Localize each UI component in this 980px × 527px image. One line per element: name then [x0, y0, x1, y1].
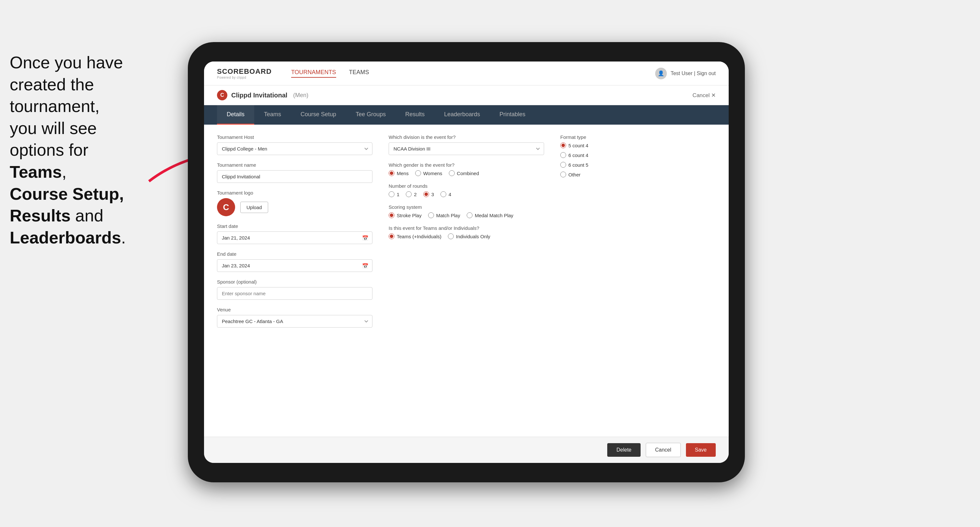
scoring-match-radio[interactable] — [428, 212, 434, 218]
end-date-group: End date 📅 — [217, 251, 372, 272]
logo-subtitle: Powered by clippd — [217, 76, 272, 79]
scoring-medal-option[interactable]: Medal Match Play — [467, 212, 513, 218]
rounds-3-option[interactable]: 3 — [423, 191, 434, 197]
breadcrumb-icon: C — [217, 90, 228, 100]
format-6count5-option[interactable]: 6 count 5 — [560, 162, 716, 168]
scoring-medal-radio[interactable] — [467, 212, 473, 218]
calendar-icon-start: 📅 — [362, 235, 369, 241]
tablet-frame: SCOREBOARD Powered by clippd TOURNAMENTS… — [188, 42, 745, 483]
tab-leaderboards[interactable]: Leaderboards — [434, 105, 490, 125]
nav-teams[interactable]: TEAMS — [349, 69, 369, 78]
tournament-host-select[interactable]: Clippd College - Men — [217, 143, 372, 155]
save-button[interactable]: Save — [686, 443, 716, 457]
rounds-2-radio[interactable] — [406, 191, 412, 197]
gender-womens-option[interactable]: Womens — [415, 170, 442, 176]
scoring-stroke-label: Stroke Play — [397, 213, 422, 218]
nav-tournaments[interactable]: TOURNAMENTS — [291, 69, 336, 78]
venue-group: Venue Peachtree GC - Atlanta - GA — [217, 307, 372, 328]
instruction-leaderboards: Leaderboards — [10, 228, 121, 247]
format-type-group: Format type 5 count 4 6 count 4 — [560, 134, 716, 178]
division-select[interactable]: NCAA Division III — [389, 143, 544, 155]
instruction-line1: Once you have — [10, 53, 123, 72]
gender-combined-radio[interactable] — [449, 170, 455, 176]
end-date-input[interactable] — [217, 259, 372, 272]
app-footer: Delete Cancel Save — [204, 437, 729, 463]
breadcrumb-bar: C Clippd Invitational (Men) Cancel ✕ — [204, 86, 729, 105]
tab-tee-groups[interactable]: Tee Groups — [346, 105, 395, 125]
tournament-name-display: Clippd Invitational — [231, 92, 287, 99]
format-other-label: Other — [568, 172, 581, 178]
tab-details[interactable]: Details — [217, 105, 254, 125]
scoring-stroke-option[interactable]: Stroke Play — [389, 212, 422, 218]
instruction-text: Once you have created the tournament, yo… — [0, 45, 172, 255]
format-6count4-option[interactable]: 6 count 4 — [560, 152, 716, 158]
tournament-name-input[interactable] — [217, 170, 372, 183]
cancel-top-button[interactable]: Cancel ✕ — [692, 92, 716, 99]
tab-course-setup[interactable]: Course Setup — [291, 105, 346, 125]
rounds-label: Number of rounds — [389, 183, 544, 189]
scoring-group: Scoring system Stroke Play Match Play — [389, 204, 544, 218]
individuals-only-radio[interactable] — [448, 233, 454, 239]
venue-select[interactable]: Peachtree GC - Atlanta - GA — [217, 315, 372, 328]
tab-printables[interactable]: Printables — [490, 105, 535, 125]
logo-name: SCOREBOARD — [217, 67, 272, 75]
start-date-group: Start date 📅 — [217, 223, 372, 244]
cancel-button[interactable]: Cancel — [646, 443, 681, 457]
instruction-line2: created the — [10, 75, 94, 94]
gender-womens-radio[interactable] — [415, 170, 421, 176]
tab-navigation: Details Teams Course Setup Tee Groups Re… — [204, 105, 729, 125]
gender-mens-radio[interactable] — [389, 170, 395, 176]
team-individual-radio-group: Teams (+Individuals) Individuals Only — [389, 233, 544, 239]
tab-teams[interactable]: Teams — [254, 105, 291, 125]
rounds-1-option[interactable]: 1 — [389, 191, 399, 197]
sponsor-group: Sponsor (optional) — [217, 279, 372, 300]
individuals-only-label: Individuals Only — [456, 234, 490, 239]
scoring-match-option[interactable]: Match Play — [428, 212, 460, 218]
gender-mens-option[interactable]: Mens — [389, 170, 409, 176]
gender-label: Which gender is the event for? — [389, 162, 544, 168]
format-5count4-radio[interactable] — [560, 143, 566, 148]
rounds-radio-group: 1 2 3 4 — [389, 191, 544, 197]
format-5count4-option[interactable]: 5 count 4 — [560, 143, 716, 148]
division-group: Which division is the event for? NCAA Di… — [389, 134, 544, 155]
logo-upload-area: C Upload — [217, 198, 372, 216]
teams-plus-individuals-option[interactable]: Teams (+Individuals) — [389, 233, 441, 239]
nav-links: TOURNAMENTS TEAMS — [291, 69, 369, 78]
format-type-radio-col: 5 count 4 6 count 4 6 count 5 — [560, 143, 716, 178]
user-signin[interactable]: Test User | Sign out — [671, 71, 716, 76]
scoring-stroke-radio[interactable] — [389, 212, 395, 218]
start-date-input[interactable] — [217, 232, 372, 244]
format-other-option[interactable]: Other — [560, 171, 716, 178]
rounds-4-option[interactable]: 4 — [441, 191, 451, 197]
teams-plus-individuals-radio[interactable] — [389, 233, 395, 239]
start-date-label: Start date — [217, 223, 372, 229]
sponsor-input[interactable] — [217, 287, 372, 300]
gender-combined-option[interactable]: Combined — [449, 170, 479, 176]
gender-mens-label: Mens — [397, 171, 409, 176]
format-6count4-radio[interactable] — [560, 152, 566, 158]
scoring-match-label: Match Play — [436, 213, 460, 218]
division-label: Which division is the event for? — [389, 134, 544, 140]
user-avatar: 👤 — [655, 68, 667, 79]
delete-button[interactable]: Delete — [607, 443, 640, 457]
format-other-radio[interactable] — [560, 171, 566, 178]
format-6count5-radio[interactable] — [560, 162, 566, 168]
upload-button[interactable]: Upload — [240, 202, 268, 213]
rounds-2-option[interactable]: 2 — [406, 191, 417, 197]
format-6count4-label: 6 count 4 — [568, 152, 589, 158]
rounds-group: Number of rounds 1 2 — [389, 183, 544, 197]
gender-group: Which gender is the event for? Mens Wome… — [389, 162, 544, 176]
individuals-only-option[interactable]: Individuals Only — [448, 233, 490, 239]
rounds-4-label: 4 — [449, 192, 451, 197]
rounds-3-radio[interactable] — [423, 191, 429, 197]
form-column-1: Tournament Host Clippd College - Men Tou… — [217, 134, 372, 328]
tournament-logo-group: Tournament logo C Upload — [217, 190, 372, 216]
team-individual-group: Is this event for Teams and/or Individua… — [389, 225, 544, 239]
gender-radio-group: Mens Womens Combined — [389, 170, 544, 176]
tournament-type-display: (Men) — [293, 92, 308, 99]
tab-results[interactable]: Results — [395, 105, 434, 125]
app-header: SCOREBOARD Powered by clippd TOURNAMENTS… — [204, 62, 729, 86]
instruction-course-setup: Course Setup, — [10, 184, 124, 203]
rounds-4-radio[interactable] — [441, 191, 446, 197]
rounds-1-radio[interactable] — [389, 191, 395, 197]
